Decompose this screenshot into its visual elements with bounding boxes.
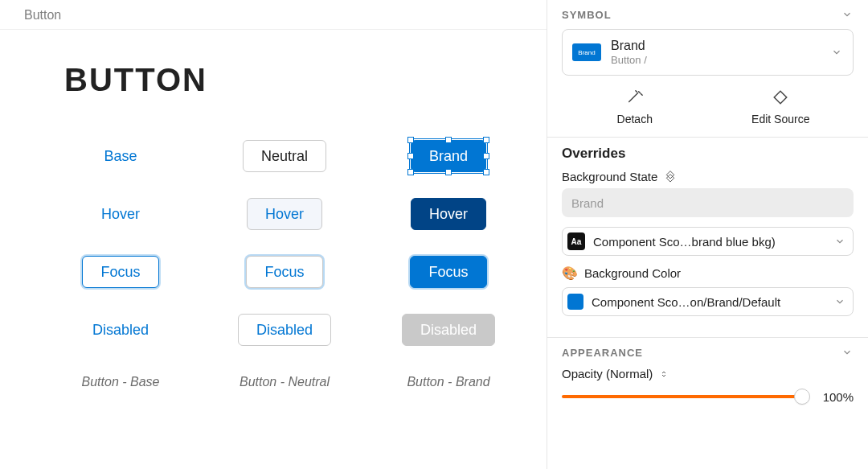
slider-track (562, 395, 802, 398)
background-color-value: Component Sco…on/Brand/Default (592, 295, 825, 309)
btn-base-disabled[interactable]: Disabled (75, 314, 166, 346)
resize-handle-mid-right[interactable] (483, 153, 489, 159)
btn-brand-hover[interactable]: Hover (411, 198, 486, 230)
section-appearance: APPEARANCE Opacity (Normal) 100% (547, 338, 868, 416)
color-swatch (567, 294, 583, 310)
background-color-label: Background Color (584, 266, 681, 280)
chevron-down-icon[interactable] (833, 295, 846, 308)
canvas-tab-label: Button (0, 0, 547, 30)
symbol-thumbnail: Brand (572, 43, 601, 61)
btn-brand-base[interactable]: Brand (411, 140, 486, 172)
stepper-icon[interactable] (659, 368, 669, 381)
symbol-source-row[interactable]: Brand Brand Button / (562, 29, 854, 76)
slider-thumb[interactable] (794, 389, 810, 405)
text-style-value: Component Sco…brand blue bkg) (593, 235, 825, 249)
resize-handle-bottom-right[interactable] (483, 169, 489, 175)
section-symbol: SYMBOL Brand Brand Button / (547, 0, 868, 138)
resize-handle-bottom-left[interactable] (407, 169, 414, 175)
btn-neutral-disabled[interactable]: Disabled (238, 314, 331, 346)
symbol-name: Brand (611, 38, 821, 54)
canvas-pane: Button BUTTON Base Neutral Brand (0, 0, 547, 469)
inspector-panel: SYMBOL Brand Brand Button / (547, 0, 868, 469)
opacity-mode-label: Opacity (Normal) (562, 367, 653, 381)
artboard-title: BUTTON (64, 62, 547, 98)
appearance-section-title: APPEARANCE (562, 347, 643, 359)
detach-icon (624, 87, 645, 108)
svg-rect-2 (667, 174, 674, 181)
edit-source-button[interactable]: Edit Source (708, 87, 854, 125)
resize-handle-top-right[interactable] (483, 137, 489, 143)
chevron-down-icon[interactable] (830, 46, 843, 59)
symbol-path: Button / (611, 54, 821, 67)
background-state-label: Background State (562, 170, 657, 183)
caption-base: Button - Base (64, 375, 177, 389)
stacked-diamond-icon (664, 171, 677, 183)
text-style-select[interactable]: Aa Component Sco…brand blue bkg) (562, 227, 854, 256)
btn-neutral-focus[interactable]: Focus (246, 256, 322, 288)
svg-rect-1 (667, 171, 674, 178)
chevron-down-icon[interactable] (841, 346, 854, 359)
selected-layer[interactable]: Brand (411, 140, 486, 172)
resize-handle-bottom-center[interactable] (445, 169, 452, 175)
resize-handle-mid-left[interactable] (407, 153, 414, 159)
symbol-section-title: SYMBOL (562, 9, 612, 21)
btn-base-focus[interactable]: Focus (82, 256, 158, 288)
caption-brand: Button - Brand (392, 375, 505, 389)
resize-handle-top-center[interactable] (445, 137, 452, 143)
btn-brand-focus[interactable]: Focus (410, 256, 486, 288)
palette-icon: 🎨 (562, 265, 578, 281)
artboard[interactable]: BUTTON Base Neutral Brand (0, 30, 547, 469)
overrides-section-title: Overrides (562, 146, 854, 162)
detach-button[interactable]: Detach (562, 87, 708, 125)
btn-neutral-hover[interactable]: Hover (247, 198, 322, 230)
background-state-field[interactable] (562, 188, 854, 217)
column-captions: Button - Base Button - Neutral Button - … (64, 375, 547, 389)
section-overrides: Overrides Background State Aa Component … (547, 138, 868, 338)
text-style-badge-icon: Aa (567, 232, 585, 250)
opacity-slider[interactable] (562, 389, 802, 405)
btn-base-hover[interactable]: Hover (84, 198, 158, 230)
button-variants-grid: Base Neutral Brand Hover Hover (64, 137, 547, 349)
btn-neutral-base[interactable]: Neutral (243, 140, 326, 172)
edit-source-label: Edit Source (751, 113, 809, 125)
svg-rect-0 (774, 91, 787, 104)
chevron-down-icon[interactable] (833, 235, 846, 248)
background-color-select[interactable]: Component Sco…on/Brand/Default (562, 287, 854, 316)
resize-handle-top-left[interactable] (407, 137, 414, 143)
detach-label: Detach (617, 113, 653, 125)
chevron-down-icon[interactable] (841, 8, 854, 21)
diamond-icon (770, 87, 791, 108)
opacity-value: 100% (813, 390, 854, 404)
caption-neutral: Button - Neutral (228, 375, 341, 389)
btn-base-base[interactable]: Base (86, 140, 154, 172)
btn-brand-disabled[interactable]: Disabled (402, 314, 495, 346)
